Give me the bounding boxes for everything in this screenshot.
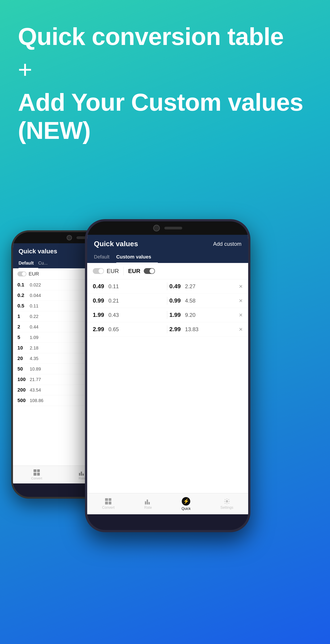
nav-rate-label-front: Rate bbox=[144, 506, 152, 510]
phone-front-notch bbox=[87, 222, 248, 235]
nav-convert-label-front: Convert bbox=[102, 506, 114, 510]
nav-rate-label: Rate bbox=[79, 476, 86, 480]
nav-settings-label-front: Settings bbox=[220, 506, 234, 510]
hero-section: Quick conversion table + Add Your Custom… bbox=[0, 0, 330, 158]
conv-right: 2.99 13.83 × bbox=[170, 326, 242, 333]
conv-right: 0.99 4.58 × bbox=[170, 297, 242, 304]
camera-icon bbox=[67, 235, 72, 240]
conv-left: 0.99 0.21 bbox=[93, 297, 165, 304]
camera-front-icon bbox=[153, 225, 160, 232]
row-divider bbox=[167, 297, 167, 304]
bottom-nav-front: Convert Rate ⚡ Quick bbox=[87, 493, 248, 514]
divider bbox=[124, 266, 124, 276]
conv-right: 0.49 2.27 × bbox=[170, 283, 242, 290]
table-row: 2.99 0.65 2.99 13.83 × bbox=[87, 322, 248, 336]
table-row: 0.99 0.21 0.99 4.58 × bbox=[87, 294, 248, 308]
currency-left-back: EUR bbox=[28, 271, 39, 277]
currency-right-front: EUR bbox=[128, 268, 140, 274]
nav-convert-back[interactable]: Convert bbox=[31, 469, 42, 480]
phones-container: Quick values Default Cu... EUR EUR 0.1 0… bbox=[0, 219, 330, 644]
delete-row-button[interactable]: × bbox=[239, 312, 242, 319]
nav-rate-front[interactable]: Rate bbox=[144, 498, 152, 510]
hero-plus: + bbox=[18, 55, 312, 84]
tab-custom-back[interactable]: Cu... bbox=[38, 258, 52, 268]
conv-right: 1.99 9.20 × bbox=[170, 312, 242, 319]
toggle-eur-left[interactable] bbox=[93, 268, 104, 274]
tab-default-back[interactable]: Default bbox=[18, 258, 38, 268]
table-row: 0.49 0.11 0.49 2.27 × bbox=[87, 279, 248, 294]
currency-left-front: EUR bbox=[107, 268, 119, 274]
nav-convert-label: Convert bbox=[31, 476, 42, 480]
currency-right-section: EUR bbox=[128, 268, 155, 274]
conv-left: 0.49 0.11 bbox=[93, 283, 165, 290]
svg-point-0 bbox=[226, 500, 228, 502]
toggle-eur-right[interactable] bbox=[144, 268, 155, 274]
app-tabs-front: Default Custom values bbox=[87, 251, 248, 263]
nav-quick-front[interactable]: ⚡ Quick bbox=[182, 497, 191, 511]
app-title-front: Quick values bbox=[94, 240, 138, 248]
tab-default-front[interactable]: Default bbox=[94, 251, 116, 263]
row-divider bbox=[167, 311, 167, 319]
app-header-front: Quick values Add custom bbox=[87, 235, 248, 251]
delete-row-button[interactable]: × bbox=[239, 326, 242, 333]
grid-icon bbox=[34, 469, 40, 476]
grid-icon-front bbox=[105, 498, 111, 504]
tab-custom-front[interactable]: Custom values bbox=[116, 251, 158, 263]
bar-icon bbox=[79, 469, 85, 476]
gear-icon-front bbox=[224, 498, 230, 504]
row-divider bbox=[167, 282, 167, 290]
nav-quick-label-front: Quick bbox=[182, 507, 191, 511]
bar-icon-front bbox=[145, 498, 151, 504]
conversion-list-front: EUR EUR 0.49 0.11 0.49 bbox=[87, 263, 248, 493]
phone-front: Quick values Add custom Default Custom v… bbox=[85, 219, 250, 532]
nav-convert-front[interactable]: Convert bbox=[102, 498, 114, 510]
quick-icon-front: ⚡ bbox=[182, 497, 190, 506]
table-row: 1.99 0.43 1.99 9.20 × bbox=[87, 308, 248, 322]
delete-row-button[interactable]: × bbox=[239, 297, 242, 304]
conv-left: 2.99 0.65 bbox=[93, 326, 165, 333]
app-screen-front: Quick values Add custom Default Custom v… bbox=[87, 235, 248, 514]
currency-header-front: EUR EUR bbox=[87, 263, 248, 279]
row-divider bbox=[167, 325, 167, 333]
nav-rate-back[interactable]: Rate bbox=[79, 469, 86, 480]
conv-left: 1.99 0.43 bbox=[93, 312, 165, 318]
toggle-eur-back[interactable] bbox=[18, 272, 26, 276]
nav-settings-front[interactable]: Settings bbox=[220, 498, 234, 510]
hero-title: Quick conversion table bbox=[18, 22, 312, 51]
speaker-front-icon bbox=[164, 227, 182, 230]
delete-row-button[interactable]: × bbox=[239, 283, 242, 290]
add-custom-button[interactable]: Add custom bbox=[213, 241, 242, 247]
hero-subtitle: Add Your Custom values (NEW) bbox=[18, 88, 312, 145]
